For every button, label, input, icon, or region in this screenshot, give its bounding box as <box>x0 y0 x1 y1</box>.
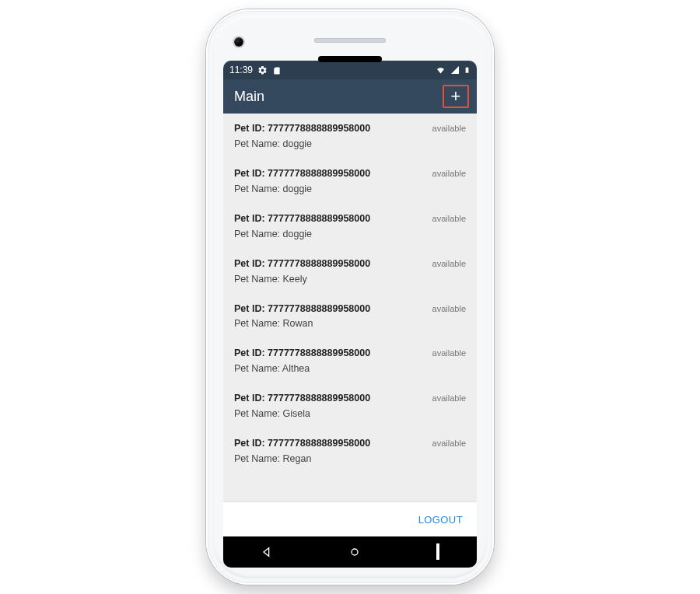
phone-camera <box>234 37 243 47</box>
list-item-content: Pet ID: 7777778888889958000Pet Name: dog… <box>234 212 426 239</box>
pet-name-line: Pet Name: Rowan <box>234 318 426 329</box>
signal-icon <box>450 65 460 75</box>
pet-id-line: Pet ID: 7777778888889958000 <box>234 257 426 271</box>
status-time: 11:39 <box>229 65 253 75</box>
list-item[interactable]: Pet ID: 7777778888889958000Pet Name: Kee… <box>223 249 477 294</box>
list-item[interactable]: Pet ID: 7777778888889958000Pet Name: Reg… <box>223 428 477 473</box>
pet-id-line: Pet ID: 7777778888889958000 <box>234 167 426 180</box>
pet-id-line: Pet ID: 7777778888889958000 <box>234 302 426 316</box>
nav-home-button[interactable] <box>348 546 361 558</box>
list-item-content: Pet ID: 7777778888889958000Pet Name: Kee… <box>234 257 426 285</box>
nav-back-button[interactable] <box>261 546 273 558</box>
phone-frame: 11:39 Main <box>206 9 494 585</box>
list-item-content: Pet ID: 7777778888889958000Pet Name: Alt… <box>234 347 426 374</box>
pet-id-value: 7777778888889958000 <box>268 213 370 224</box>
logout-button[interactable]: LOGOUT <box>418 514 463 526</box>
pet-id-value: 7777778888889958000 <box>268 168 370 179</box>
android-nav-bar <box>223 536 477 568</box>
footer-bar: LOGOUT <box>223 502 477 536</box>
add-button[interactable]: + <box>451 88 461 105</box>
list-item[interactable]: Pet ID: 7777778888889958000Pet Name: Alt… <box>223 338 477 383</box>
list-item[interactable]: Pet ID: 7777778888889958000Pet Name: dog… <box>223 204 477 249</box>
svg-point-0 <box>352 549 358 555</box>
sim-icon <box>272 65 281 75</box>
pet-name-line: Pet Name: doggie <box>234 229 426 239</box>
list-item-content: Pet ID: 7777778888889958000Pet Name: dog… <box>234 122 426 149</box>
status-badge: available <box>432 169 466 178</box>
pet-id-label: Pet ID: <box>234 303 268 314</box>
pet-id-line: Pet ID: 7777778888889958000 <box>234 347 426 360</box>
pet-id-label: Pet ID: <box>234 393 268 404</box>
pet-name-line: Pet Name: Althea <box>234 363 426 374</box>
list-item-content: Pet ID: 7777778888889958000Pet Name: Row… <box>234 302 426 330</box>
status-badge: available <box>432 304 466 313</box>
status-badge: available <box>432 393 466 403</box>
pet-id-line: Pet ID: 7777778888889958000 <box>234 212 426 225</box>
pet-id-label: Pet ID: <box>234 348 268 358</box>
pet-id-label: Pet ID: <box>234 438 268 449</box>
pet-id-value: 7777778888889958000 <box>268 303 370 314</box>
list-item[interactable]: Pet ID: 7777778888889958000Pet Name: Row… <box>223 294 477 339</box>
status-badge: available <box>432 439 466 448</box>
list-item-content: Pet ID: 7777778888889958000Pet Name: dog… <box>234 167 426 194</box>
app-bar: Main + <box>223 79 477 114</box>
page-title: Main <box>234 89 264 105</box>
pet-id-value: 7777778888889958000 <box>268 348 370 358</box>
pet-id-label: Pet ID: <box>234 168 268 179</box>
pet-id-value: 7777778888889958000 <box>268 123 370 134</box>
pet-list[interactable]: Pet ID: 7777778888889958000Pet Name: dog… <box>223 114 477 502</box>
list-item-content: Pet ID: 7777778888889958000Pet Name: Reg… <box>234 437 426 464</box>
pet-name-line: Pet Name: doggie <box>234 138 426 149</box>
pet-id-line: Pet ID: 7777778888889958000 <box>234 437 426 450</box>
pet-id-line: Pet ID: 7777778888889958000 <box>234 122 426 135</box>
pet-name-line: Pet Name: Gisela <box>234 408 426 419</box>
status-badge: available <box>432 348 466 358</box>
status-badge: available <box>432 214 466 223</box>
list-item[interactable]: Pet ID: 7777778888889958000Pet Name: Gis… <box>223 383 477 428</box>
battery-icon <box>464 65 471 75</box>
pet-name-line: Pet Name: Keely <box>234 274 426 285</box>
status-bar: 11:39 <box>223 61 477 79</box>
square-icon <box>436 543 439 560</box>
gear-icon <box>257 65 268 75</box>
pet-id-line: Pet ID: 7777778888889958000 <box>234 392 426 405</box>
pet-id-label: Pet ID: <box>234 213 268 224</box>
wifi-icon <box>435 65 446 75</box>
status-badge: available <box>432 124 466 133</box>
list-item[interactable]: Pet ID: 7777778888889958000Pet Name: dog… <box>223 159 477 204</box>
pet-id-label: Pet ID: <box>234 258 268 269</box>
pet-id-value: 7777778888889958000 <box>268 258 370 269</box>
pet-id-label: Pet ID: <box>234 123 268 134</box>
list-item-content: Pet ID: 7777778888889958000Pet Name: Gis… <box>234 392 426 419</box>
pet-name-line: Pet Name: doggie <box>234 183 426 194</box>
phone-speaker <box>314 38 386 43</box>
pet-name-line: Pet Name: Regan <box>234 453 426 464</box>
list-item[interactable]: Pet ID: 7777778888889958000Pet Name: dog… <box>223 114 477 159</box>
plus-icon: + <box>451 86 461 106</box>
add-button-highlight: + <box>443 85 469 108</box>
pet-id-value: 7777778888889958000 <box>268 438 370 449</box>
nav-recent-button[interactable] <box>436 545 439 559</box>
pet-id-value: 7777778888889958000 <box>268 393 370 404</box>
phone-notch <box>318 56 382 62</box>
status-badge: available <box>432 259 466 268</box>
screen: 11:39 Main <box>223 61 477 568</box>
